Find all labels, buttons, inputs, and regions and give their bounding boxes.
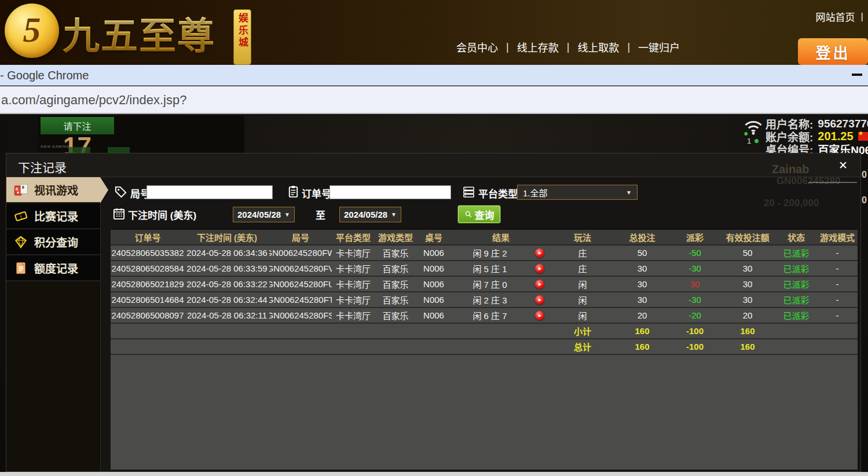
cell-round: GN006245280FV (269, 261, 332, 276)
logo-symbol: 5 (23, 9, 41, 50)
cell-play: ▶ (529, 277, 551, 291)
round-input[interactable] (147, 185, 273, 199)
cell-mode: - (817, 308, 858, 323)
subtotal-row-cell-5 (416, 324, 451, 338)
chrome-titlebar: - Google Chrome (0, 65, 868, 86)
seat-dot-icon (755, 139, 759, 143)
subtotal-row-cell-0 (111, 324, 185, 338)
cell-side: 庄 (551, 261, 614, 276)
cell-order: 240528065021829 (111, 277, 185, 291)
screen: 5 九五至尊 娱乐城 网站首页 | 会员中心|线上存款|线上取款|一键归户 登出… (0, 0, 868, 476)
cell-status: 已派彩 (775, 308, 817, 323)
cell-mode: - (817, 246, 858, 260)
play-icon[interactable]: ▶ (535, 264, 544, 273)
cell-result: 闲 6 庄 7 (451, 308, 529, 323)
nav-link-2[interactable]: 线上取款 (577, 39, 619, 54)
column-header-4: 游戏类型 (375, 230, 416, 244)
search-button[interactable]: 查询 (458, 206, 500, 223)
sidebar-item-label: 比赛记录 (34, 208, 78, 224)
sidebar-item-label: 视讯游戏 (34, 182, 78, 197)
column-header-1: 下注时间 (美东) (185, 230, 269, 244)
sidebar-item-1[interactable]: 比赛记录 (6, 203, 100, 229)
subtotal-row-cell-3 (332, 324, 375, 338)
total-row-cell-6 (451, 339, 529, 354)
play-icon[interactable]: ▶ (535, 280, 544, 289)
url-text[interactable]: a.com/agingame/pcv2/index.jsp? (1, 93, 186, 108)
cell-game: 百家乐 (375, 246, 416, 260)
nav-link-0[interactable]: 会员中心 (456, 39, 498, 54)
document-icon (13, 261, 28, 276)
subtotal-row-cell-9: 160 (614, 324, 670, 338)
bet-records-modal: 下注记录 ✕ Zainab GN006245280 20 - 200,000 K… (6, 153, 861, 472)
cell-side: 闲 (551, 308, 614, 323)
table-row: 2405280650146842024-05-28 06:32:44GN0062… (111, 292, 858, 308)
bottom-strip (0, 472, 868, 476)
subtotal-row-cell-10: -100 (670, 324, 720, 338)
tag-icon (114, 185, 127, 199)
logout-button[interactable]: 登出 (798, 38, 868, 65)
subtotal-row-cell-6 (451, 324, 529, 338)
cell-time: 2024-05-28 06:34:36 (185, 246, 269, 260)
total-row-cell-0 (111, 339, 185, 354)
cell-bet: 30 (614, 292, 670, 307)
cell-platform: 卡卡湾厅 (332, 292, 375, 307)
play-icon[interactable]: ▶ (535, 311, 544, 320)
order-input[interactable] (329, 185, 451, 199)
date-from-select[interactable]: 2024/05/28 ▼ (233, 207, 295, 222)
nav-link-3[interactable]: 一键归户 (638, 39, 680, 54)
total-row-cell-5 (416, 339, 451, 354)
cell-bet: 50 (614, 246, 670, 260)
china-flag-icon (858, 132, 868, 141)
cell-time: 2024-05-28 06:32:11 (185, 308, 269, 323)
column-header-12: 游戏模式 (817, 230, 858, 244)
cell-order: 240528065008097 (111, 308, 185, 323)
total-row-cell-2 (269, 339, 332, 354)
platform-select-value: 1.全部 (523, 186, 548, 199)
cell-table: N006 (416, 277, 451, 291)
seat-indicator: 1 (747, 137, 759, 145)
home-link[interactable]: 网站首页 (816, 9, 855, 24)
cell-time: 2024-05-28 06:32:44 (185, 292, 269, 307)
chrome-urlbar[interactable]: a.com/agingame/pcv2/index.jsp? (0, 86, 868, 114)
date-to-select[interactable]: 2024/05/28 ▼ (339, 207, 401, 222)
bet-time-filter-label: 下注时间 (美东) (128, 207, 196, 222)
magnifier-icon (464, 210, 473, 218)
cell-order: 240528065028584 (111, 261, 185, 276)
play-icon[interactable]: ▶ (535, 295, 544, 305)
svg-text:♥: ♥ (17, 191, 19, 195)
sidebar-item-label: 积分查询 (34, 234, 78, 250)
cell-play: ▶ (529, 246, 551, 260)
subtotal-row-cell-8: 小计 (551, 324, 614, 338)
subtotal-row-cell-1 (185, 324, 269, 338)
platform-select[interactable]: 1.全部 ▼ (517, 185, 638, 200)
cell-status: 已派彩 (775, 246, 817, 260)
cell-valid: 50 (720, 246, 775, 260)
play-icon[interactable]: ▶ (535, 248, 544, 258)
column-header-5: 桌号 (416, 230, 451, 244)
sidebar-item-2[interactable]: 积分查询 (6, 229, 100, 255)
site-logo-icon: 5 (5, 3, 59, 58)
cell-play: ▶ (529, 292, 551, 307)
site-logo-title: 九五至尊 (63, 6, 215, 59)
nav-link-1[interactable]: 线上存款 (517, 39, 559, 54)
ticket-icon (13, 208, 28, 224)
cell-time: 2024-05-28 06:33:59 (185, 261, 269, 276)
bet-records-table: 订单号下注时间 (美东)局号平台类型游戏类型桌号结果玩法总投注派彩有效投注额状态… (111, 230, 858, 470)
minimize-icon[interactable] (852, 74, 862, 76)
total-row-cell-8: 总计 (551, 339, 614, 354)
subtotal-row-cell-4 (375, 324, 416, 338)
cell-valid: 30 (720, 261, 775, 276)
close-icon[interactable]: ✕ (838, 159, 848, 172)
chevron-down-icon: ▼ (391, 211, 397, 218)
sidebar-item-3[interactable]: 额度记录 (6, 255, 100, 281)
cell-payout: 30 (670, 277, 720, 291)
sidebar-item-0[interactable]: K♥9视讯游戏 (6, 177, 100, 203)
top-links: 网站首页 | (816, 9, 863, 24)
total-row: 总计160-100160 (111, 339, 858, 355)
cell-play: ▶ (529, 308, 551, 323)
cell-status: 已派彩 (775, 292, 817, 307)
cell-status: 已派彩 (775, 277, 817, 291)
table-header-row: 订单号下注时间 (美东)局号平台类型游戏类型桌号结果玩法总投注派彩有效投注额状态… (111, 230, 858, 246)
cell-bet: 20 (614, 308, 670, 323)
cell-bet: 30 (614, 261, 670, 276)
